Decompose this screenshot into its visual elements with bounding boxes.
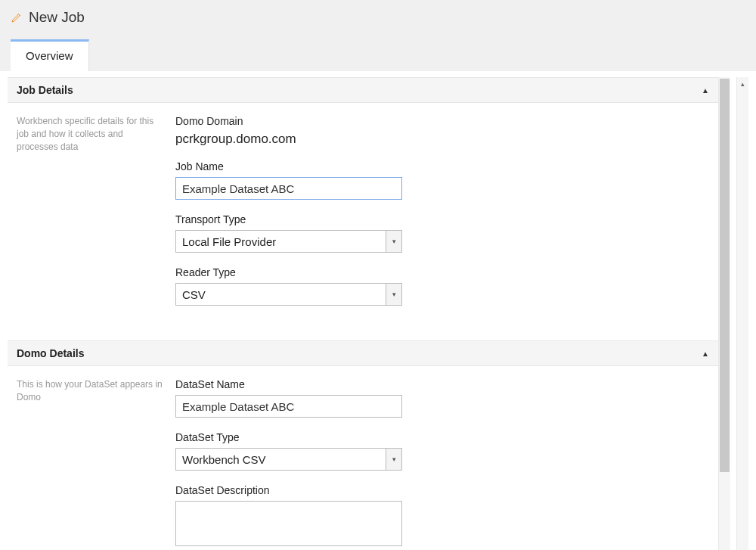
input-dataset-description[interactable] [175, 501, 402, 546]
field-dataset-type: DataSet Type Workbench CSV ▾ [175, 431, 709, 471]
section-header-domo-details[interactable]: Domo Details ▲ [8, 340, 718, 366]
select-reader-type[interactable]: CSV ▾ [175, 283, 402, 306]
label-reader-type: Reader Type [175, 266, 709, 278]
label-dataset-description: DataSet Description [175, 484, 709, 496]
label-dataset-type: DataSet Type [175, 431, 709, 443]
domo-details-desc: This is how your DataSet appears in Domo [17, 378, 175, 550]
label-job-name: Job Name [175, 160, 709, 172]
chevron-down-icon[interactable]: ▾ [386, 448, 402, 471]
tab-overview-label: Overview [26, 49, 73, 62]
page-title: New Job [29, 9, 85, 26]
field-transport-type: Transport Type Local File Provider ▾ [175, 213, 709, 253]
section-body-domo-details: This is how your DataSet appears in Domo… [8, 366, 718, 550]
chevron-down-icon[interactable]: ▾ [386, 283, 402, 306]
job-details-fields: Domo Domain pcrkgroup.domo.com Job Name … [175, 115, 709, 319]
tabs: Overview [11, 39, 745, 71]
outer-scrollbar[interactable]: ▴ [736, 77, 748, 550]
field-dataset-name: DataSet Name [175, 378, 709, 418]
scroll-up-icon[interactable]: ▴ [737, 77, 748, 91]
label-domo-domain: Domo Domain [175, 115, 709, 127]
input-job-name[interactable] [175, 177, 402, 200]
page-title-row: New Job [11, 9, 745, 26]
collapse-icon: ▲ [702, 350, 709, 358]
select-dataset-type[interactable]: Workbench CSV ▾ [175, 448, 402, 471]
section-body-job-details: Workbench specific details for this job … [8, 103, 718, 340]
job-details-desc: Workbench specific details for this job … [17, 115, 175, 319]
select-transport-type[interactable]: Local File Provider ▾ [175, 230, 402, 253]
collapse-icon: ▲ [702, 86, 709, 95]
section-title-job-details: Job Details [17, 84, 73, 96]
pencil-icon [11, 11, 23, 23]
inner-scrollbar[interactable] [718, 77, 730, 550]
section-title-domo-details: Domo Details [17, 347, 84, 359]
content-area: Job Details ▲ Workbench specific details… [0, 71, 756, 550]
scrollbar-thumb[interactable] [720, 79, 730, 472]
section-header-job-details[interactable]: Job Details ▲ [8, 77, 718, 103]
domo-details-fields: DataSet Name DataSet Type Workbench CSV … [175, 378, 709, 550]
field-domo-domain: Domo Domain pcrkgroup.domo.com [175, 115, 709, 147]
field-job-name: Job Name [175, 160, 709, 200]
tab-overview[interactable]: Overview [11, 39, 89, 71]
select-transport-type-value: Local File Provider [175, 230, 386, 253]
select-dataset-type-value: Workbench CSV [175, 448, 386, 471]
field-dataset-description: DataSet Description [175, 484, 709, 548]
field-reader-type: Reader Type CSV ▾ [175, 266, 709, 306]
inner-panel: Job Details ▲ Workbench specific details… [8, 77, 730, 550]
select-reader-type-value: CSV [175, 283, 386, 306]
value-domo-domain: pcrkgroup.domo.com [175, 132, 709, 147]
header-bar: New Job Overview [0, 0, 756, 71]
label-transport-type: Transport Type [175, 213, 709, 225]
input-dataset-name[interactable] [175, 395, 402, 418]
chevron-down-icon[interactable]: ▾ [386, 230, 402, 253]
label-dataset-name: DataSet Name [175, 378, 709, 390]
scroll-region: Job Details ▲ Workbench specific details… [8, 77, 736, 550]
